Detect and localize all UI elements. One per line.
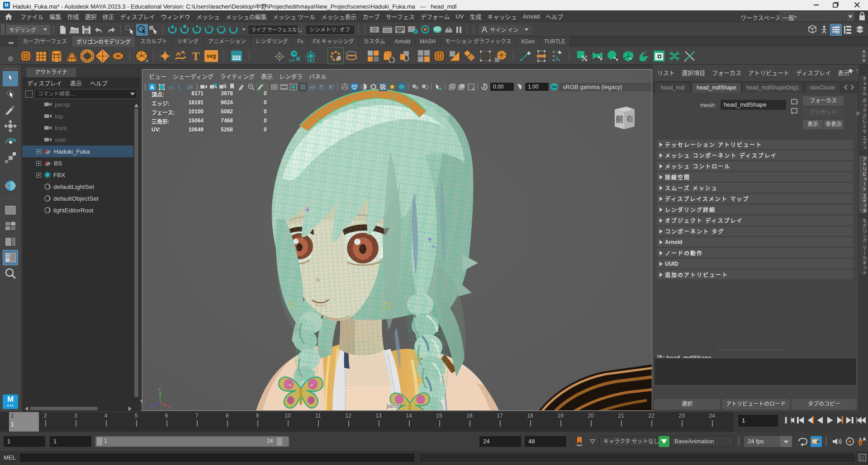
svg-text:Z: Z	[150, 405, 153, 409]
svg-text:Y: Y	[158, 387, 161, 392]
svg-text:T: T	[329, 85, 332, 89]
svg-text:IPR: IPR	[397, 30, 402, 33]
svg-text:右: 右	[626, 115, 633, 122]
svg-text:0,0,0: 0,0,0	[308, 60, 315, 63]
svg-text:{;}: {;}	[860, 456, 864, 460]
svg-text:X: X	[168, 405, 171, 409]
svg-text:A: A	[150, 85, 154, 90]
svg-text:前: 前	[616, 115, 623, 124]
svg-text:0,0: 0,0	[289, 58, 295, 62]
svg-text:T: T	[192, 50, 199, 63]
svg-text:ON: ON	[552, 85, 557, 89]
